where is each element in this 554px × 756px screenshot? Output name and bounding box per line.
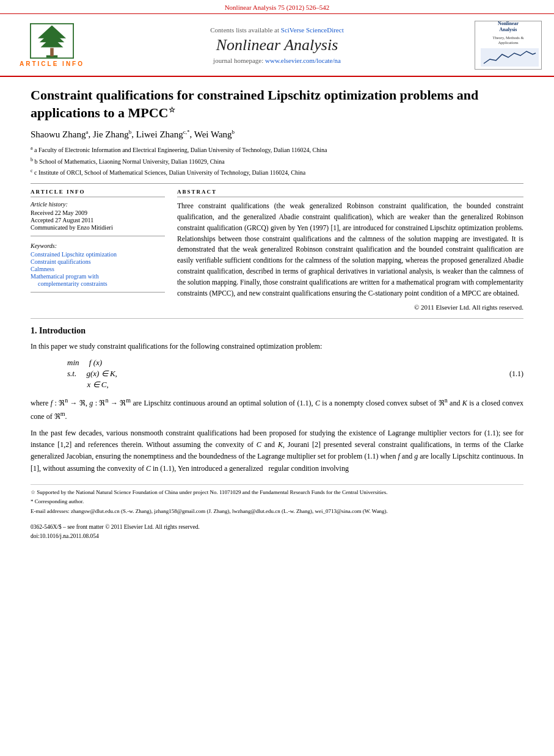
affiliations: a a Faculty of Electronic Information an…	[31, 145, 523, 177]
authors-line: Shaowu Zhanga, Jie Zhangb, Liwei Zhangc,…	[31, 129, 523, 140]
journal-homepage-link[interactable]: www.elsevier.com/locate/na	[265, 57, 341, 64]
article-info-header: ARTICLE INFO	[31, 189, 165, 197]
elsevier-tree-icon	[27, 23, 76, 59]
history-label: Article history:	[31, 201, 165, 208]
history-keywords-divider	[31, 236, 165, 236]
svg-rect-6	[481, 48, 539, 67]
nonlinear-analysis-logo: NonlinearAnalysis Theory, Methods &Appli…	[475, 21, 542, 70]
journal-header: ARTICLE INFO Contents lists available at…	[0, 14, 554, 77]
keywords-bottom-divider	[31, 292, 165, 293]
logo-image-placeholder	[481, 48, 536, 69]
footnote-area: ☆ Supported by the National Natural Scie…	[31, 484, 523, 516]
logo-title: NonlinearAnalysis	[498, 21, 519, 32]
affiliation-a: a a Faculty of Electronic Information an…	[31, 145, 523, 154]
abstract-header: ABSTRACT	[177, 189, 523, 197]
title-text: Constraint qualifications for constraine…	[31, 87, 478, 120]
issn-line: 0362-546X/$ – see front matter © 2011 El…	[31, 523, 523, 532]
elsevier-logo-area: ARTICLE INFO	[12, 19, 92, 71]
accepted-date: Accepted 27 August 2011	[31, 217, 165, 224]
article-title: Constraint qualifications for constraine…	[31, 87, 523, 122]
logo-graph-icon	[481, 48, 539, 67]
journal-citation: Nonlinear Analysis 75 (2012) 526–542	[225, 4, 330, 11]
logo-subtitle: Theory, Methods &Applications	[492, 35, 523, 46]
keywords-section: Keywords: Constrained Lipschitz optimiza…	[31, 242, 165, 287]
journal-center-info: Contents lists available at SciVerse Sci…	[92, 26, 462, 64]
sciverse-line: Contents lists available at SciVerse Sci…	[92, 26, 462, 34]
email-footnote: E-mail addresses: zhangsw@dlut.edu.cn (S…	[31, 507, 523, 516]
corresponding-footnote: * Corresponding author.	[31, 498, 523, 506]
keyword-2[interactable]: Constraint qualifications	[31, 258, 165, 265]
keyword-4[interactable]: Mathematical program with	[31, 273, 165, 280]
abstract-col: ABSTRACT Three constraint qualifications…	[177, 189, 523, 311]
intro-heading: 1. Introduction	[31, 326, 523, 336]
intro-paragraph-1: In this paper we study constraint qualif…	[31, 341, 523, 352]
header-divider	[31, 183, 523, 184]
elsevier-text: ARTICLE INFO	[20, 60, 84, 67]
svg-rect-1	[50, 48, 54, 57]
keyword-3[interactable]: Calmness	[31, 266, 165, 272]
keyword-1[interactable]: Constrained Lipschitz optimization	[31, 251, 165, 258]
sciverse-link[interactable]: SciVerse ScienceDirect	[281, 26, 344, 34]
communicated-by: Communicated by Enzo Mitidieri	[31, 224, 165, 231]
math-st2-line: x ∈ C,	[67, 380, 487, 390]
bottom-info: 0362-546X/$ – see front matter © 2011 El…	[31, 523, 523, 541]
journal-name: Nonlinear Analysis	[92, 36, 462, 54]
journal-citation-bar: Nonlinear Analysis 75 (2012) 526–542	[0, 0, 554, 14]
math-min-line: min f (x)	[67, 358, 487, 368]
math-content: min f (x) s.t. g(x) ∈ K, x ∈ C,	[67, 358, 487, 391]
elsevier-logo: ARTICLE INFO	[15, 19, 89, 71]
keywords-label: Keywords:	[31, 242, 165, 249]
affiliation-b: b b School of Mathematics, Liaoning Norm…	[31, 156, 523, 166]
copyright: © 2011 Elsevier Ltd. All rights reserved…	[177, 303, 523, 311]
keyword-4-cont: complementarity constraints	[31, 280, 165, 287]
article-info-col: ARTICLE INFO Article history: Received 2…	[31, 189, 165, 311]
article-history: Article history: Received 22 May 2009 Ac…	[31, 201, 165, 231]
article-body: Constraint qualifications for constraine…	[0, 77, 554, 551]
journal-logo-right: NonlinearAnalysis Theory, Methods &Appli…	[462, 21, 542, 70]
introduction-section: 1. Introduction In this paper we study c…	[31, 326, 523, 474]
intro-paragraph-3: In the past few decades, various nonsmoo…	[31, 427, 523, 474]
abstract-text: Three constraint qualifications (the wea…	[177, 201, 523, 299]
title-sup: ☆	[169, 105, 175, 114]
doi-line: doi:10.1016/j.na.2011.08.054	[31, 532, 523, 541]
homepage-line: journal homepage: www.elsevier.com/locat…	[92, 57, 462, 64]
intro-paragraph-2: where f : ℜn → ℜ, g : ℜn → ℜm are Lipsch…	[31, 396, 523, 423]
article-info-abstract: ARTICLE INFO Article history: Received 2…	[31, 189, 523, 311]
math-equation-1: min f (x) s.t. g(x) ∈ K, x ∈ C, (1.1)	[67, 358, 523, 391]
received-date: Received 22 May 2009	[31, 209, 165, 216]
star-footnote: ☆ Supported by the National Natural Scie…	[31, 489, 523, 497]
equation-number: (1.1)	[487, 369, 523, 379]
abstract-body-divider	[31, 318, 523, 319]
math-st1-line: s.t. g(x) ∈ K,	[67, 369, 487, 379]
affiliation-c: c c Institute of ORCI, School of Mathema…	[31, 167, 523, 177]
